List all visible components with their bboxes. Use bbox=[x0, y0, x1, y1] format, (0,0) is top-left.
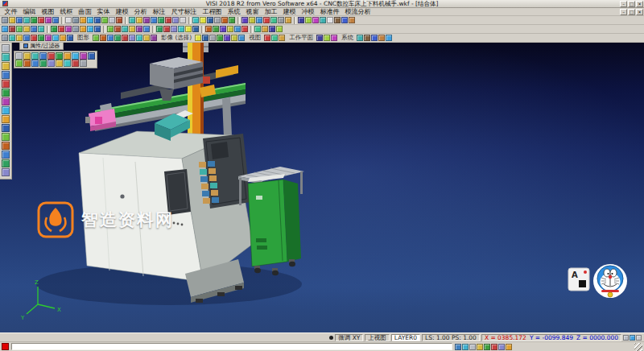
menu-item-13[interactable]: 加工 bbox=[262, 8, 280, 16]
toolbar2-icon-15[interactable] bbox=[107, 26, 114, 32]
stop-button[interactable] bbox=[2, 343, 9, 350]
menu-item-11[interactable]: 系统 bbox=[225, 8, 243, 16]
toolbar2-icon-36[interactable] bbox=[254, 26, 261, 32]
status-icon-2[interactable] bbox=[636, 335, 642, 341]
toolbar2-icon-4[interactable] bbox=[31, 26, 37, 32]
toolbar2-icon-7[interactable] bbox=[51, 26, 57, 32]
toolbar1-icon-1[interactable] bbox=[9, 17, 15, 23]
toolbar3-icon-4-6[interactable] bbox=[238, 35, 245, 41]
toolbar1-icon-35[interactable] bbox=[249, 17, 255, 23]
toolbar3-icon-2-0[interactable] bbox=[93, 35, 99, 41]
toolbar1-icon-28[interactable] bbox=[200, 17, 206, 23]
toolbar1-icon-12[interactable] bbox=[87, 17, 93, 23]
left-toolbar-icon-14[interactable] bbox=[2, 168, 10, 176]
toolbar2-icon-2[interactable] bbox=[16, 26, 23, 32]
status-icon-0[interactable] bbox=[623, 335, 629, 341]
properties-filter-tab[interactable]: 属性/过滤器 bbox=[19, 43, 64, 50]
toolbar1-icon-6[interactable] bbox=[45, 17, 52, 23]
menu-item-9[interactable]: 尺寸标注 bbox=[168, 8, 200, 16]
toolbar1-icon-30[interactable] bbox=[214, 17, 221, 23]
gripper-end-effector[interactable] bbox=[85, 103, 116, 131]
toolbar1-icon-18[interactable] bbox=[129, 17, 135, 23]
toolbar1-icon-15[interactable] bbox=[109, 17, 115, 23]
command-icon-3[interactable] bbox=[477, 344, 483, 350]
toolbar3-icon-10-4[interactable] bbox=[386, 35, 392, 41]
toolbar1-icon-25[interactable] bbox=[180, 17, 186, 23]
toolbar3-icon-10-2[interactable] bbox=[371, 35, 378, 41]
float-toolbar-r2-icon-7[interactable] bbox=[72, 60, 79, 67]
mdi-minimize-button[interactable]: – bbox=[620, 9, 627, 15]
toolbar1-icon-48[interactable] bbox=[341, 17, 348, 23]
toolbar2-icon-31[interactable] bbox=[220, 26, 226, 32]
toolbar1-icon-36[interactable] bbox=[256, 17, 262, 23]
toolbar2-icon-34[interactable] bbox=[242, 26, 248, 32]
toolbar1-icon-16[interactable] bbox=[116, 17, 122, 23]
menu-item-17[interactable]: 模流分析 bbox=[342, 8, 374, 16]
menu-item-2[interactable]: 视图 bbox=[39, 8, 57, 16]
mdi-close-button[interactable]: ✕ bbox=[636, 9, 643, 15]
menu-item-15[interactable]: 冲模 bbox=[299, 8, 317, 16]
toolbar2-icon-9[interactable] bbox=[65, 26, 72, 32]
toolbar3-icon-10-0[interactable] bbox=[357, 35, 363, 41]
toolbar1-icon-39[interactable] bbox=[278, 17, 284, 23]
toolbar3-icon-2-1[interactable] bbox=[100, 35, 106, 41]
left-toolbar-icon-1[interactable] bbox=[2, 53, 10, 61]
minimize-button[interactable]: – bbox=[620, 1, 627, 7]
toolbar1-icon-3[interactable] bbox=[23, 17, 30, 23]
toolbar1-icon-20[interactable] bbox=[143, 17, 150, 23]
left-toolbar-icon-6[interactable] bbox=[2, 97, 10, 105]
menu-item-8[interactable]: 标注 bbox=[150, 8, 168, 16]
toolbar3-icon-0-2[interactable] bbox=[16, 35, 23, 41]
float-toolbar-r1-icon-4[interactable] bbox=[47, 52, 55, 60]
toolbar1-icon-47[interactable] bbox=[334, 17, 341, 23]
float-toolbar-r2-icon-1[interactable] bbox=[23, 60, 31, 67]
toolbar3-icon-4-5[interactable] bbox=[231, 35, 237, 41]
title-bar[interactable]: VISI 2018 R2 from Vero Software x64 - CN… bbox=[0, 0, 644, 8]
toolbar2-icon-1[interactable] bbox=[9, 26, 15, 32]
toolbar3-icon-8-2[interactable] bbox=[331, 35, 337, 41]
toolbar2-icon-32[interactable] bbox=[227, 26, 233, 32]
toolbar3-icon-8-1[interactable] bbox=[324, 35, 330, 41]
toolbar2-icon-18[interactable] bbox=[129, 26, 135, 32]
toolbar2-icon-19[interactable] bbox=[136, 26, 142, 32]
toolbar2-icon-24[interactable] bbox=[171, 26, 177, 32]
toolbar1-icon-45[interactable] bbox=[320, 17, 326, 23]
menu-item-10[interactable]: 工程图 bbox=[200, 8, 225, 16]
toolbar1-icon-4[interactable] bbox=[31, 17, 37, 23]
command-input[interactable] bbox=[11, 343, 452, 350]
menu-item-16[interactable]: 标准件 bbox=[317, 8, 342, 16]
float-toolbar-r2-icon-3[interactable] bbox=[39, 60, 47, 67]
left-toolbar-icon-11[interactable] bbox=[2, 142, 10, 150]
toolbar1-icon-21[interactable] bbox=[151, 17, 157, 23]
toolbar1-icon-44[interactable] bbox=[312, 17, 319, 23]
toolbar3-icon-2-8[interactable] bbox=[151, 35, 157, 41]
viewport[interactable]: X Y Z A bbox=[0, 43, 644, 332]
float-toolbar-r2-icon-0[interactable] bbox=[15, 60, 23, 67]
toolbar2-icon-12[interactable] bbox=[87, 26, 93, 32]
toolbar1-icon-42[interactable] bbox=[298, 17, 304, 23]
toolbar2-icon-13[interactable] bbox=[94, 26, 101, 32]
toolbar1-icon-32[interactable] bbox=[229, 17, 235, 23]
toolbar2-icon-27[interactable] bbox=[192, 26, 199, 32]
float-toolbar-r1-icon-6[interactable] bbox=[64, 52, 71, 60]
menu-item-6[interactable]: 建模 bbox=[113, 8, 131, 16]
float-toolbar-r1-icon-2[interactable] bbox=[31, 52, 39, 60]
view-mode-field[interactable]: 微调 XY bbox=[335, 334, 363, 341]
menu-item-7[interactable]: 分析 bbox=[131, 8, 150, 16]
toolbar2-icon-3[interactable] bbox=[23, 26, 30, 32]
toolbar3-icon-0-6[interactable] bbox=[45, 35, 52, 41]
viewport-canvas[interactable]: X Y Z A bbox=[0, 43, 644, 332]
toolbar3-icon-4-1[interactable] bbox=[202, 35, 208, 41]
toolbar1-icon-10[interactable] bbox=[72, 17, 79, 23]
command-icon-7[interactable] bbox=[506, 344, 512, 350]
toolbar1-icon-24[interactable] bbox=[172, 17, 179, 23]
command-icon-4[interactable] bbox=[484, 344, 490, 350]
toolbar3-icon-0-9[interactable] bbox=[67, 35, 73, 41]
toolbar2-icon-25[interactable] bbox=[178, 26, 184, 32]
toolbar3-icon-0-1[interactable] bbox=[9, 35, 15, 41]
toolbar3-icon-6-1[interactable] bbox=[271, 35, 278, 41]
toolbar3-icon-10-1[interactable] bbox=[364, 35, 370, 41]
left-toolbar-icon-4[interactable] bbox=[2, 80, 10, 88]
menu-item-0[interactable]: 文件 bbox=[2, 8, 20, 16]
toolbar1-icon-38[interactable] bbox=[270, 17, 277, 23]
